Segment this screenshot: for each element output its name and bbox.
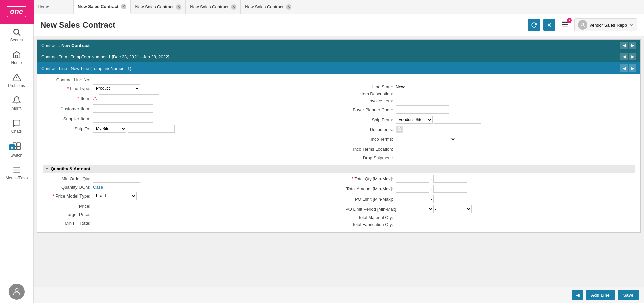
contract-term: Contract Term: TempTermNumber-1 [Dec 23,…: [37, 51, 640, 62]
sidebar-label-menus: Menus/Favs: [6, 176, 28, 180]
price-model-select[interactable]: Fixed Variable Other: [93, 192, 137, 200]
sidebar-label-problems: Problems: [8, 83, 25, 88]
price-input[interactable]: [93, 202, 140, 210]
user-dropdown[interactable]: Vendor Sales Repp: [574, 18, 637, 31]
contract-header: Contract : New Contract ◀ ▶: [37, 40, 640, 51]
menu-button[interactable]: ☰ ★: [559, 19, 571, 31]
contract-term-next[interactable]: ▶: [629, 53, 636, 60]
add-line-button[interactable]: Add Line: [586, 290, 615, 300]
sidebar-item-problems[interactable]: Problems: [0, 69, 33, 92]
tab-2[interactable]: New Sales Contract ✕: [131, 0, 186, 14]
inco-terms-location-input[interactable]: [396, 145, 456, 153]
ship-from-select[interactable]: Vendor's Site Other: [396, 116, 433, 124]
app-logo[interactable]: one: [0, 0, 34, 24]
ship-from-label: Ship From:: [345, 117, 396, 122]
inco-terms-row: Inco Terms:: [345, 135, 635, 143]
total-qty-row: Total Qty [Min-Max]: -: [345, 175, 635, 183]
qty-uom-value[interactable]: Case: [93, 185, 103, 190]
bottom-bar: ◀ Add Line Save: [34, 287, 644, 303]
total-qty-min-input[interactable]: [396, 175, 429, 183]
qty-right: Total Qty [Min-Max]: - Total Amount [Min…: [339, 175, 635, 229]
price-label: Price:: [43, 204, 93, 209]
save-button[interactable]: Save: [618, 290, 639, 300]
po-limit-period-min-select[interactable]: [400, 205, 434, 213]
item-description-row: Item Description:: [345, 91, 635, 96]
ship-from-input[interactable]: [434, 116, 481, 124]
user-avatar-small: [578, 20, 587, 30]
ship-to-input[interactable]: [128, 125, 175, 133]
sidebar-item-alerts[interactable]: Alerts: [0, 92, 33, 115]
buyer-planner-input[interactable]: [396, 105, 449, 114]
customer-item-input[interactable]: [93, 104, 153, 113]
documents-label: Documents:: [345, 127, 396, 132]
contract-prev[interactable]: ◀: [620, 42, 628, 49]
tab-close-3[interactable]: ✕: [231, 4, 236, 10]
min-fill-rate-row: Min Fill Rate:: [43, 219, 332, 227]
user-avatar[interactable]: [9, 284, 25, 300]
sidebar-label-alerts: Alerts: [11, 106, 22, 111]
line-state-row: Line State: New: [345, 84, 635, 89]
sidebar-item-switch[interactable]: ■ Switch: [0, 138, 33, 162]
contract-line-next[interactable]: ▶: [629, 64, 636, 72]
tab-3[interactable]: New Sales Contract ✕: [186, 0, 241, 14]
page-title: New Sales Contract: [40, 20, 115, 30]
back-button[interactable]: ◀: [572, 290, 583, 300]
drop-shipment-checkbox[interactable]: [396, 156, 400, 160]
sidebar-item-search[interactable]: Search: [0, 24, 33, 46]
line-type-label: Line Type:: [43, 86, 93, 91]
form-two-col: Line Type: Product Service Other Item: ⚠: [43, 84, 635, 162]
line-type-row: Line Type: Product Service Other: [43, 84, 332, 92]
qty-amount-section-header: ▼ Quantity & Amount: [43, 165, 635, 173]
tab-1[interactable]: New Sales Contract ✕: [74, 0, 131, 14]
sidebar-item-menus[interactable]: Menus/Favs: [0, 162, 33, 184]
close-button[interactable]: [543, 19, 555, 31]
target-price-row: Target Price:: [43, 212, 332, 217]
svg-rect-6: [17, 143, 20, 146]
chevron-down-icon: [629, 23, 634, 27]
line-type-select[interactable]: Product Service Other: [93, 84, 140, 92]
tab-close-4[interactable]: ✕: [286, 4, 291, 10]
sidebar-item-home[interactable]: Home: [0, 46, 33, 69]
tab-bar: Home New Sales Contract ✕ New Sales Cont…: [34, 0, 644, 14]
buyer-planner-row: Buyer Planner Code:: [345, 105, 635, 114]
qty-uom-label: Quantity UOM:: [43, 185, 93, 190]
po-limit-period-max-select[interactable]: [438, 205, 472, 213]
sidebar-item-chats[interactable]: Chats: [0, 115, 33, 138]
supplier-item-input[interactable]: [93, 115, 153, 123]
total-amount-max-input[interactable]: [433, 185, 467, 193]
svg-point-0: [14, 29, 19, 34]
total-qty-max-input[interactable]: [433, 175, 467, 183]
total-amount-row: Total Amount [Min-Max]: -: [345, 185, 635, 193]
total-amount-min-input[interactable]: [396, 185, 429, 193]
main-area: Home New Sales Contract ✕ New Sales Cont…: [34, 0, 644, 303]
ship-to-select[interactable]: My Site Other: [93, 125, 126, 133]
supplier-item-label: Supplier Item:: [43, 116, 93, 121]
contract-line-no-row: Contract Line No:: [43, 77, 635, 82]
customer-item-row: Customer Item:: [43, 104, 332, 113]
contract-line-prev[interactable]: ◀: [620, 64, 628, 72]
inco-terms-select[interactable]: [396, 135, 456, 143]
min-order-qty-row: Min Order Qty:: [43, 175, 332, 183]
form-body: Contract Line No: Line Type: Product Ser…: [37, 74, 640, 232]
tab-close-2[interactable]: ✕: [176, 4, 181, 10]
line-state-value: New: [396, 84, 405, 89]
tab-home[interactable]: Home: [34, 0, 74, 14]
contract-term-prev[interactable]: ◀: [620, 53, 628, 60]
documents-icon[interactable]: 📄: [396, 126, 403, 133]
drop-shipment-label: Drop Shipment:: [345, 155, 396, 160]
po-limit-min-input[interactable]: [396, 195, 429, 203]
contract-line-text: Contract Line : New Line (TempLineNumber…: [41, 66, 131, 71]
qty-amount-two-col: Min Order Qty: Quantity UOM: Case Price …: [43, 175, 635, 229]
item-input[interactable]: [99, 94, 159, 102]
section-toggle[interactable]: ▼: [45, 167, 49, 171]
inco-terms-label: Inco Terms:: [345, 137, 396, 142]
tab-close-1[interactable]: ✕: [121, 4, 126, 9]
po-limit-max-input[interactable]: [433, 195, 467, 203]
refresh-button[interactable]: [528, 19, 540, 31]
qty-left: Min Order Qty: Quantity UOM: Case Price …: [43, 175, 339, 229]
min-order-qty-input[interactable]: [93, 175, 140, 183]
min-fill-rate-input[interactable]: [93, 219, 140, 227]
tab-4[interactable]: New Sales Contract ✕: [241, 0, 296, 14]
contract-next[interactable]: ▶: [629, 42, 636, 49]
total-amount-label: Total Amount [Min-Max]:: [345, 186, 396, 191]
